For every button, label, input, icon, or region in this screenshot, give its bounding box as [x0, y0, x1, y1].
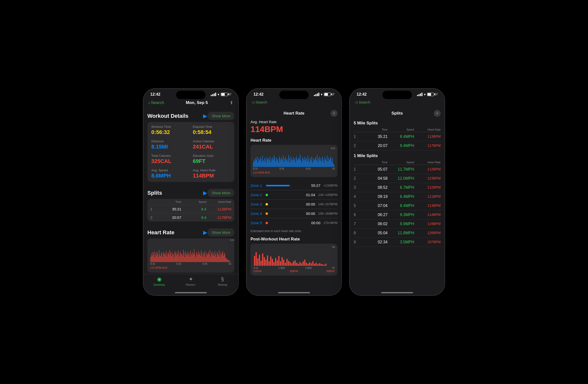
- workout-show-more-btn[interactable]: Show More: [208, 112, 234, 120]
- zone-4-row: Zone 4 00:00 158–169BPM: [251, 209, 337, 218]
- one-mile-title: 1 Mile Splits: [354, 150, 441, 160]
- post-hr-svg: [253, 248, 335, 266]
- svg-rect-81: [208, 252, 209, 262]
- svg-rect-106: [226, 258, 227, 262]
- svg-rect-252: [309, 262, 310, 266]
- tab-summary-1[interactable]: ◉ Summary: [144, 276, 175, 286]
- svg-rect-12: [159, 250, 159, 262]
- svg-rect-56: [190, 251, 191, 262]
- heart-rate-header: Heart Rate ▶ Show More: [144, 225, 238, 238]
- svg-rect-17: [163, 257, 163, 262]
- svg-rect-2: [152, 256, 152, 262]
- svg-rect-218: [254, 256, 255, 266]
- back-search-2[interactable]: ◁ Search: [252, 100, 267, 105]
- svg-rect-196: [317, 162, 318, 167]
- zones-container: Zone 1 55:27 <133BPM: [251, 181, 337, 227]
- wifi-icon-1: ▾: [218, 92, 219, 96]
- svg-rect-222: [261, 261, 262, 266]
- svg-rect-28: [170, 253, 171, 262]
- one-mile-row-1: 1 05:07 11.7MPH 112BPM: [354, 165, 441, 174]
- svg-rect-35: [175, 253, 176, 262]
- svg-rect-174: [301, 160, 301, 167]
- stat-label-elevation: Elevation Gain: [193, 154, 231, 158]
- back-search-3[interactable]: ◁ Search: [355, 100, 370, 105]
- svg-rect-92: [216, 257, 217, 262]
- svg-rect-61: [194, 249, 194, 262]
- svg-rect-203: [323, 159, 323, 167]
- svg-rect-63: [195, 257, 196, 262]
- svg-rect-162: [292, 159, 292, 167]
- status-icons-1: ▾ 57: [211, 92, 231, 96]
- post-hr-title: Post-Workout Heart Rate: [251, 237, 337, 242]
- svg-rect-58: [192, 255, 192, 262]
- svg-rect-40: [179, 257, 179, 262]
- svg-rect-226: [267, 255, 268, 266]
- signal-icon-1: [211, 93, 216, 96]
- svg-rect-18: [163, 252, 164, 262]
- scroll-content-1[interactable]: Workout Details ▶ Show More Workout Time…: [144, 108, 238, 274]
- svg-rect-154: [285, 157, 286, 167]
- splits-show-more-btn[interactable]: Show More: [208, 189, 234, 197]
- svg-rect-176: [302, 157, 303, 167]
- svg-rect-49: [186, 251, 186, 262]
- one-mile-row-7: 7 06:02 9.9MPH 119BPM: [354, 220, 441, 229]
- hr-time-mid-1: 8:36: [176, 263, 181, 265]
- tab-sharing-1[interactable]: § Sharing: [207, 276, 238, 286]
- svg-rect-109: [228, 260, 229, 262]
- svg-rect-152: [284, 162, 284, 167]
- back-button-1[interactable]: ‹ Search: [148, 100, 164, 106]
- svg-rect-68: [199, 254, 199, 262]
- svg-rect-135: [271, 162, 271, 167]
- svg-rect-82: [209, 255, 210, 262]
- svg-rect-216: [333, 163, 334, 167]
- dynamic-island-1: [176, 91, 206, 99]
- zone-1-row: Zone 1 55:27 <133BPM: [251, 181, 337, 190]
- hr-show-more-btn[interactable]: Show More: [208, 228, 234, 236]
- modal-close-3[interactable]: ✕: [434, 110, 441, 117]
- summary-icon-1: ◉: [157, 276, 162, 282]
- zone-5-range: 170+BPM: [323, 221, 337, 225]
- svg-rect-161: [291, 157, 291, 167]
- modal-bg-2[interactable]: Heart Rate ✕ Avg. Heart Rate 114BPM Hear…: [247, 107, 341, 291]
- svg-rect-158: [288, 155, 289, 167]
- svg-rect-224: [264, 257, 265, 266]
- svg-rect-64: [196, 252, 196, 262]
- svg-rect-151: [283, 156, 283, 167]
- svg-rect-165: [294, 160, 294, 167]
- arrow-workout: ▶: [203, 113, 207, 119]
- tab-fitness-1[interactable]: ✦ Fitness+: [175, 276, 207, 286]
- svg-rect-191: [314, 160, 314, 167]
- svg-rect-168: [296, 156, 296, 167]
- svg-rect-257: [317, 264, 318, 266]
- zone-2-time: 01:04: [306, 193, 315, 197]
- svg-rect-237: [285, 263, 286, 266]
- nav-bar-2: ◁ Search: [247, 98, 341, 107]
- svg-rect-89: [214, 256, 214, 262]
- splits-header-row: Time Speed Heart Rate: [147, 199, 234, 205]
- svg-rect-138: [273, 160, 273, 167]
- svg-rect-148: [281, 160, 281, 167]
- svg-rect-145: [278, 162, 279, 167]
- svg-rect-37: [177, 252, 177, 262]
- zone-5-row: Zone 5 00:00 170+BPM: [251, 218, 337, 227]
- svg-rect-146: [279, 157, 279, 167]
- svg-rect-210: [328, 158, 329, 167]
- svg-rect-178: [304, 160, 304, 167]
- svg-rect-19: [164, 254, 164, 262]
- modal-bg-3[interactable]: Splits ✕ 5 Mile Splits Time Speed Heart …: [350, 107, 444, 291]
- zone-1-range: <133BPM: [323, 184, 337, 187]
- share-icon-1[interactable]: ⬆: [230, 100, 233, 106]
- svg-rect-249: [304, 260, 305, 266]
- svg-rect-86: [212, 251, 212, 262]
- svg-rect-182: [307, 161, 307, 167]
- svg-rect-190: [313, 158, 314, 167]
- svg-rect-208: [327, 156, 327, 167]
- svg-rect-1: [151, 253, 151, 262]
- home-indicator-3: [381, 292, 413, 293]
- svg-rect-101: [223, 251, 223, 262]
- modal-close-2[interactable]: ✕: [331, 110, 337, 117]
- svg-rect-225: [265, 260, 266, 266]
- stat-label-distance: Distance: [151, 139, 189, 143]
- svg-rect-160: [290, 162, 290, 167]
- svg-rect-173: [300, 155, 300, 167]
